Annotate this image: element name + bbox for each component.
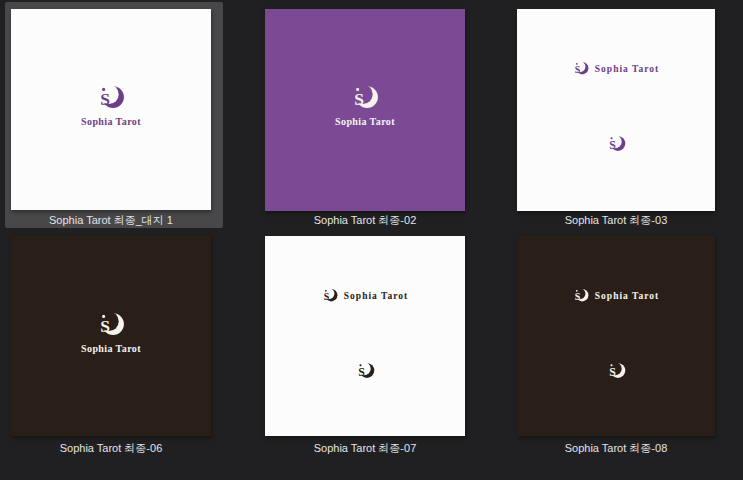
crescent-moon-logo-icon: S — [356, 361, 375, 382]
logo-monogram: S — [354, 89, 364, 109]
crescent-moon-logo-icon: S — [607, 134, 626, 155]
artboard-label-5[interactable]: Sophia Tarot 최종-07 — [265, 441, 465, 455]
logo-solo-mark: S — [517, 134, 715, 155]
logo-horizontal-lockup: S Sophia Tarot — [517, 287, 715, 305]
artboard-label-2[interactable]: Sophia Tarot 최종-02 — [265, 213, 465, 227]
artboard-label-1[interactable]: Sophia Tarot 최종_대지 1 — [11, 213, 211, 227]
logo-monogram: S — [609, 365, 616, 379]
artboard-export-grid: S Sophia Tarot Sophia Tarot 최종_대지 1 S So… — [0, 0, 743, 480]
artboard-thumbnail-5[interactable]: S Sophia Tarot S — [265, 236, 465, 436]
logo-monogram: S — [100, 89, 110, 109]
logo-monogram: S — [609, 138, 616, 152]
crescent-moon-logo-icon: S — [97, 83, 125, 114]
artboard-thumbnail-3[interactable]: S Sophia Tarot S — [517, 9, 715, 211]
logo-monogram: S — [575, 64, 581, 75]
crescent-moon-logo-icon: S — [351, 83, 379, 114]
logo-monogram: S — [358, 365, 365, 379]
artboard-thumbnail-6[interactable]: S Sophia Tarot S — [517, 236, 715, 436]
logo-wordmark: Sophia Tarot — [344, 291, 408, 301]
logo-stacked-lockup: S Sophia Tarot — [11, 83, 211, 127]
crescent-moon-logo-icon: S — [573, 60, 589, 78]
logo-wordmark: Sophia Tarot — [81, 343, 141, 354]
logo-wordmark: Sophia Tarot — [81, 116, 141, 127]
logo-horizontal-lockup: S Sophia Tarot — [517, 60, 715, 78]
logo-stacked-lockup: S Sophia Tarot — [11, 310, 211, 354]
artboard-thumbnail-2[interactable]: S Sophia Tarot — [265, 9, 465, 211]
logo-wordmark: Sophia Tarot — [595, 291, 659, 301]
logo-monogram: S — [324, 291, 330, 302]
artboard-label-4[interactable]: Sophia Tarot 최종-06 — [11, 441, 211, 455]
logo-monogram: S — [575, 291, 581, 302]
artboard-label-3[interactable]: Sophia Tarot 최종-03 — [517, 213, 715, 227]
logo-solo-mark: S — [517, 361, 715, 382]
crescent-moon-logo-icon: S — [97, 310, 125, 341]
crescent-moon-logo-icon: S — [607, 361, 626, 382]
artboard-thumbnail-4[interactable]: S Sophia Tarot — [11, 236, 211, 436]
artboard-thumbnail-1[interactable]: S Sophia Tarot — [11, 9, 211, 210]
logo-stacked-lockup: S Sophia Tarot — [265, 83, 465, 127]
logo-horizontal-lockup: S Sophia Tarot — [265, 287, 465, 305]
crescent-moon-logo-icon: S — [573, 287, 589, 305]
logo-wordmark: Sophia Tarot — [595, 64, 659, 74]
logo-wordmark: Sophia Tarot — [335, 116, 395, 127]
artboard-label-6[interactable]: Sophia Tarot 최종-08 — [517, 441, 715, 455]
logo-monogram: S — [100, 316, 110, 336]
crescent-moon-logo-icon: S — [322, 287, 338, 305]
logo-solo-mark: S — [265, 361, 465, 382]
